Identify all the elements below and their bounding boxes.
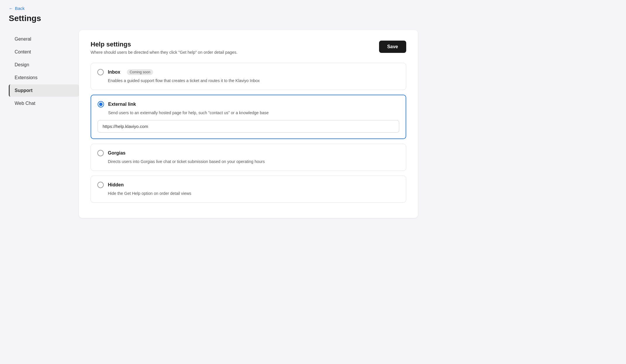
back-link[interactable]: ← Back <box>9 6 25 11</box>
save-button[interactable]: Save <box>379 41 406 53</box>
option-card-external-link[interactable]: External linkSend users to an externally… <box>91 95 406 139</box>
back-label: Back <box>15 6 25 11</box>
content-panel: Help settings Where should users be dire… <box>79 30 418 218</box>
panel-header: Help settings Where should users be dire… <box>91 41 406 55</box>
option-title-gorgias: Gorgias <box>108 150 125 156</box>
badge-inbox: Coming soon <box>127 69 153 75</box>
option-title-hidden: Hidden <box>108 182 124 188</box>
sidebar-item-general[interactable]: General <box>9 33 79 45</box>
radio-hidden[interactable] <box>97 182 104 188</box>
option-header-hidden: Hidden <box>97 182 400 188</box>
sidebar-item-design[interactable]: Design <box>9 59 79 71</box>
panel-title: Help settings <box>91 41 238 48</box>
options-container: InboxComing soonEnables a guided support… <box>91 63 406 203</box>
option-description-hidden: Hide the Get Help option on order detail… <box>108 190 400 197</box>
option-description-inbox: Enables a guided support flow that creat… <box>108 78 400 84</box>
panel-description: Where should users be directed when they… <box>91 50 238 55</box>
option-card-inbox[interactable]: InboxComing soonEnables a guided support… <box>91 63 406 90</box>
radio-inner-external-link <box>99 103 103 106</box>
radio-inbox[interactable] <box>97 69 104 75</box>
option-header-external-link: External link <box>98 101 399 108</box>
option-header-inbox: InboxComing soon <box>97 69 400 75</box>
sidebar-item-web-chat[interactable]: Web Chat <box>9 97 79 110</box>
option-description-external-link: Send users to an externally hosted page … <box>108 110 399 116</box>
url-input-external-link[interactable] <box>98 120 399 133</box>
page-title: Settings <box>9 14 617 23</box>
main-layout: GeneralContentDesignExtensionsSupportWeb… <box>9 30 418 218</box>
option-card-hidden[interactable]: HiddenHide the Get Help option on order … <box>91 176 406 203</box>
panel-header-text: Help settings Where should users be dire… <box>91 41 238 55</box>
option-header-gorgias: Gorgias <box>97 150 400 156</box>
back-arrow-icon: ← <box>9 6 13 11</box>
option-title-external-link: External link <box>108 102 136 107</box>
sidebar-item-support[interactable]: Support <box>9 84 79 97</box>
radio-gorgias[interactable] <box>97 150 104 156</box>
radio-external-link[interactable] <box>98 101 104 108</box>
option-card-gorgias[interactable]: GorgiasDirects users into Gorgias live c… <box>91 144 406 171</box>
sidebar: GeneralContentDesignExtensionsSupportWeb… <box>9 30 79 218</box>
option-description-gorgias: Directs users into Gorgias live chat or … <box>108 159 400 165</box>
option-title-inbox: Inbox <box>108 70 120 75</box>
sidebar-item-content[interactable]: Content <box>9 46 79 58</box>
sidebar-item-extensions[interactable]: Extensions <box>9 72 79 84</box>
